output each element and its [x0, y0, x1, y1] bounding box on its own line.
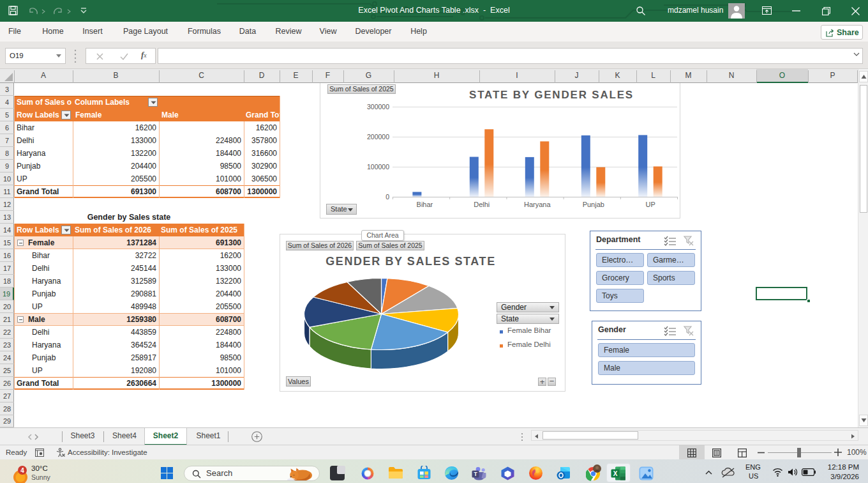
- svg-text:300000: 300000: [367, 103, 389, 111]
- svg-text:100000: 100000: [367, 163, 389, 171]
- svg-text:X: X: [613, 470, 618, 477]
- svg-text:Delhi: Delhi: [474, 201, 490, 208]
- svg-text:0: 0: [385, 193, 389, 201]
- svg-text:Haryana: Haryana: [524, 201, 551, 208]
- svg-text:T: T: [474, 471, 477, 477]
- svg-text:UP: UP: [646, 201, 655, 208]
- svg-text:STATE BY GENDER SALES: STATE BY GENDER SALES: [469, 89, 634, 101]
- svg-text:Punjab: Punjab: [583, 201, 604, 208]
- svg-text:Bihar: Bihar: [417, 201, 433, 208]
- svg-text:200000: 200000: [367, 133, 389, 141]
- svg-text:4: 4: [20, 467, 24, 474]
